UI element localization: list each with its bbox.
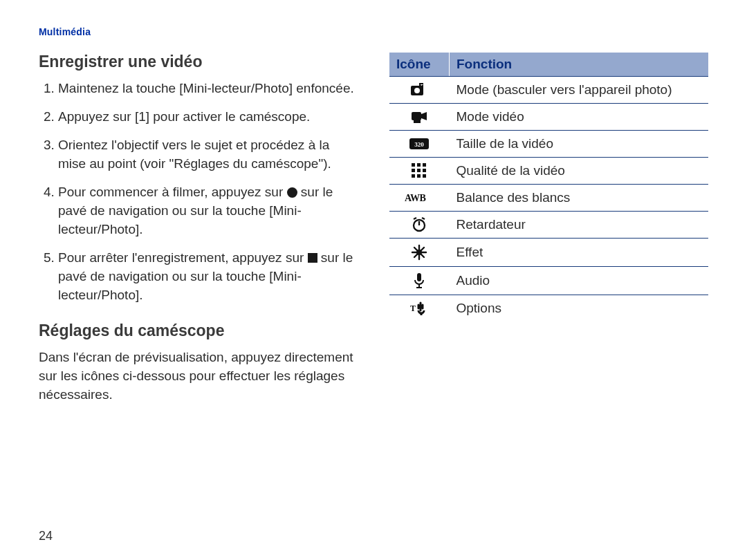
cell-fn: Mode (basculer vers l'appareil photo) <box>450 77 709 104</box>
cell-fn: Retardateur <box>450 212 709 239</box>
cell-icon: 320 <box>389 131 450 158</box>
cell-fn: Balance des blancs <box>450 185 709 212</box>
cell-icon: T <box>389 295 450 322</box>
table-row: Audio <box>389 267 708 295</box>
step-4-pre: Pour commencer à filmer, appuyez sur <box>58 185 287 199</box>
svg-rect-10 <box>423 163 426 167</box>
cell-icon <box>389 104 450 131</box>
video-mode-icon <box>410 109 428 124</box>
th-icon: Icône <box>389 53 450 77</box>
table-row: Mode vidéo <box>389 104 708 131</box>
icon-function-table: Icône Fonction <box>389 53 708 321</box>
options-icon: T <box>410 301 428 316</box>
section-header: Multimédia <box>39 26 708 37</box>
cell-fn: Taille de la vidéo <box>450 131 709 158</box>
heading-camcorder-settings: Réglages du caméscope <box>39 321 358 340</box>
cell-icon <box>389 239 450 267</box>
step-2: Appuyez sur [1] pour activer le caméscop… <box>58 108 358 127</box>
svg-rect-5 <box>414 120 421 123</box>
table-row: AWB Balance des blancs <box>389 185 708 212</box>
svg-rect-25 <box>417 273 421 281</box>
audio-icon <box>414 272 425 289</box>
record-steps-list: Maintenez la touche [Mini-lecteur/Photo]… <box>39 80 358 305</box>
step-5: Pour arrêter l'enregistrement, appuyez s… <box>58 249 358 305</box>
cell-fn: Options <box>450 295 709 322</box>
right-column: Icône Fonction <box>389 53 708 404</box>
heading-record-video: Enregistrer une vidéo <box>39 53 358 71</box>
white-balance-icon: AWB <box>405 192 434 204</box>
svg-rect-14 <box>412 174 415 178</box>
cell-icon <box>389 77 450 104</box>
svg-text:T: T <box>410 304 416 313</box>
svg-marker-4 <box>421 112 427 120</box>
svg-rect-12 <box>417 169 421 172</box>
svg-rect-11 <box>412 169 415 172</box>
step-1: Maintenez la touche [Mini-lecteur/Photo]… <box>58 80 358 98</box>
step-5-pre: Pour arrêter l'enregistrement, appuyez s… <box>58 250 308 265</box>
svg-rect-3 <box>412 112 421 120</box>
video-size-icon: 320 <box>409 138 430 150</box>
video-quality-icon <box>412 163 427 178</box>
svg-text:AWB: AWB <box>405 193 426 203</box>
two-column-layout: Enregistrer une vidéo Maintenez la touch… <box>39 53 708 404</box>
svg-rect-13 <box>423 169 426 172</box>
manual-page: Multimédia Enregistrer une vidéo Mainten… <box>0 0 747 560</box>
table-row: T Options <box>389 295 708 322</box>
cell-fn: Audio <box>450 267 709 295</box>
cell-fn: Qualité de la vidéo <box>450 158 709 185</box>
camera-switch-icon <box>410 82 428 97</box>
svg-rect-16 <box>423 174 426 178</box>
table-row: 320 Taille de la vidéo <box>389 131 708 158</box>
cell-icon <box>389 212 450 239</box>
svg-point-1 <box>414 88 420 93</box>
svg-rect-9 <box>417 163 421 167</box>
table-row: Effet <box>389 239 708 267</box>
table-row: Mode (basculer vers l'appareil photo) <box>389 77 708 104</box>
table-row: Qualité de la vidéo <box>389 158 708 185</box>
page-number: 24 <box>39 529 53 543</box>
table-row: Retardateur <box>389 212 708 239</box>
cell-fn: Mode vidéo <box>450 104 709 131</box>
cell-icon <box>389 267 450 295</box>
step-3: Orientez l'objectif vers le sujet et pro… <box>58 136 358 174</box>
effect-icon <box>411 244 427 261</box>
svg-rect-15 <box>417 174 421 178</box>
svg-point-24 <box>416 250 422 255</box>
settings-intro: Dans l'écran de prévisualisation, appuye… <box>39 348 358 404</box>
record-dot-icon <box>287 187 297 198</box>
cell-icon: AWB <box>389 185 450 212</box>
cell-fn: Effet <box>450 239 709 267</box>
self-timer-icon <box>412 217 427 232</box>
svg-text:320: 320 <box>415 141 425 148</box>
svg-rect-8 <box>412 163 415 167</box>
step-4: Pour commencer à filmer, appuyez sur sur… <box>58 183 358 239</box>
cell-icon <box>389 158 450 185</box>
stop-square-icon <box>308 253 317 263</box>
th-function: Fonction <box>450 53 709 77</box>
left-column: Enregistrer une vidéo Maintenez la touch… <box>39 53 358 404</box>
